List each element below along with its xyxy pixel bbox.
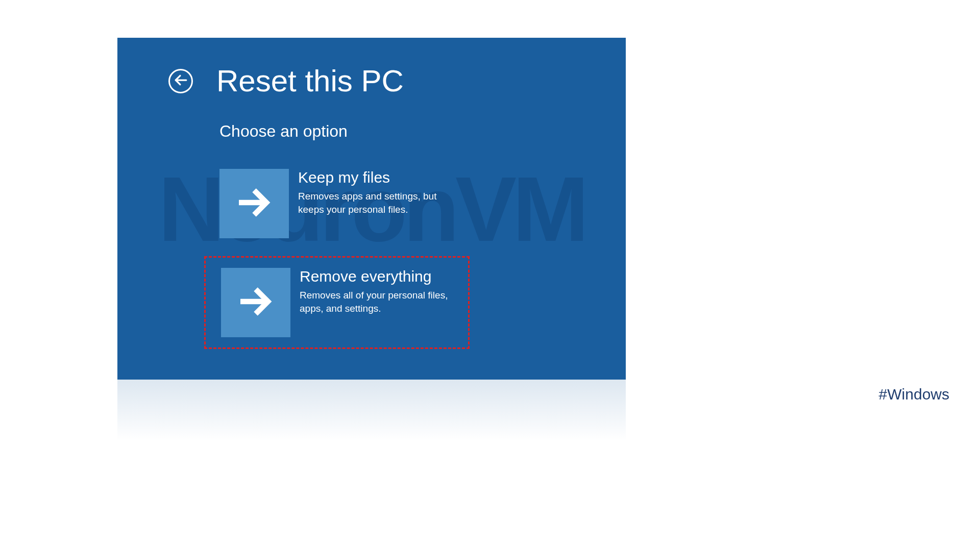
option-text: Remove everything Removes all of your pe… — [300, 268, 453, 315]
page-title: Reset this PC — [216, 66, 404, 96]
option-icon-tile — [219, 169, 289, 238]
option-title: Keep my files — [298, 169, 454, 186]
back-button[interactable] — [168, 69, 193, 93]
option-remove-everything[interactable]: Remove everything Removes all of your pe… — [204, 256, 470, 349]
subtitle: Choose an option — [219, 122, 626, 141]
arrow-right-icon — [237, 283, 274, 322]
option-text: Keep my files Removes apps and settings,… — [298, 169, 454, 216]
option-icon-tile — [221, 268, 290, 337]
option-title: Remove everything — [300, 268, 453, 285]
arrow-right-icon — [236, 184, 273, 223]
header: Reset this PC — [117, 38, 626, 96]
window-reflection — [117, 380, 626, 441]
option-description: Removes all of your personal files, apps… — [300, 289, 453, 315]
option-description: Removes apps and settings, but keeps you… — [298, 190, 454, 216]
options-list: Keep my files Removes apps and settings,… — [204, 159, 626, 349]
back-arrow-icon — [174, 73, 187, 89]
option-keep-my-files[interactable]: Keep my files Removes apps and settings,… — [204, 159, 470, 248]
reset-pc-window: NeuronVM Reset this PC Choose an option — [117, 38, 626, 380]
hashtag-label: #Windows — [879, 386, 949, 403]
